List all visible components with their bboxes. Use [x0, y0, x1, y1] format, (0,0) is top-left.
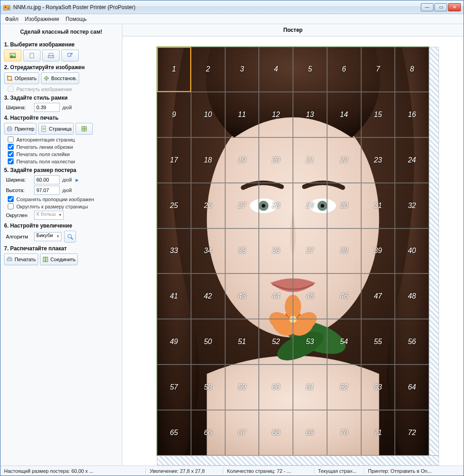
poster-cell[interactable]: 71 — [361, 410, 395, 456]
preview-zoom-button[interactable] — [64, 231, 76, 243]
poster-cell[interactable]: 3 — [225, 47, 259, 92]
poster-cell[interactable]: 26 — [191, 183, 225, 228]
poster-cell[interactable]: 20 — [259, 137, 293, 183]
poster-width-input[interactable] — [34, 175, 60, 184]
poster-cell[interactable]: 64 — [395, 365, 429, 410]
paste-button[interactable] — [23, 50, 40, 61]
poster-cell[interactable]: 17 — [157, 137, 191, 183]
poster-cell[interactable]: 12 — [259, 92, 293, 137]
poster-cell[interactable]: 33 — [157, 228, 191, 274]
round-combo[interactable]: К больш — [34, 211, 64, 220]
auto-orient-checkbox[interactable]: Автоориентация страниц — [8, 137, 118, 142]
poster-cell[interactable]: 65 — [157, 410, 191, 456]
poster-cell[interactable]: 29 — [293, 183, 327, 228]
open-image-button[interactable] — [4, 50, 21, 61]
poster-cell[interactable]: 7 — [361, 47, 395, 92]
poster-cell[interactable]: 43 — [225, 273, 259, 319]
poster-cell[interactable]: 8 — [395, 47, 429, 92]
poster-cell[interactable]: 19 — [225, 137, 259, 183]
poster-cell[interactable]: 2 — [191, 47, 225, 92]
page-button[interactable]: Страница — [38, 123, 74, 135]
poster-cell[interactable]: 6 — [327, 47, 361, 92]
join-button[interactable]: Соединить — [40, 253, 78, 265]
poster-cell[interactable]: 18 — [191, 137, 225, 183]
poster-cell[interactable]: 37 — [293, 228, 327, 274]
poster-cell[interactable]: 16 — [395, 92, 429, 137]
poster-cell[interactable]: 56 — [395, 319, 429, 365]
link-icon[interactable]: ▸ — [76, 176, 79, 183]
poster-cell[interactable]: 21 — [293, 137, 327, 183]
poster-cell[interactable]: 68 — [259, 410, 293, 456]
poster-cell[interactable]: 58 — [191, 365, 225, 410]
poster-cell[interactable]: 66 — [191, 410, 225, 456]
poster-cell[interactable]: 45 — [293, 273, 327, 319]
poster-cell[interactable]: 38 — [327, 228, 361, 274]
poster-cell[interactable]: 55 — [361, 319, 395, 365]
poster-cell[interactable]: 67 — [225, 410, 259, 456]
poster-height-input[interactable] — [34, 186, 60, 195]
poster-cell[interactable]: 61 — [293, 365, 327, 410]
poster-cell[interactable]: 51 — [225, 319, 259, 365]
menu-file[interactable]: Файл — [5, 16, 19, 22]
poster-cell[interactable]: 60 — [259, 365, 293, 410]
poster-cell[interactable]: 23 — [361, 137, 395, 183]
minimize-button[interactable]: — — [421, 3, 434, 11]
poster-cell[interactable]: 57 — [157, 365, 191, 410]
menu-help[interactable]: Помощь — [66, 16, 86, 22]
poster-cell[interactable]: 27 — [225, 183, 259, 228]
poster-cell[interactable]: 40 — [395, 228, 429, 274]
poster-cell[interactable]: 69 — [293, 410, 327, 456]
poster-cell[interactable]: 22 — [327, 137, 361, 183]
poster-cell[interactable]: 44 — [259, 273, 293, 319]
round-page-checkbox[interactable]: Округлять к размеру страницы — [8, 203, 118, 209]
poster-cell[interactable]: 10 — [191, 92, 225, 137]
poster-cell[interactable]: 1 — [157, 47, 191, 92]
poster-cell[interactable]: 53 — [293, 319, 327, 365]
print-overlap-checkbox[interactable]: Печатать поля нахлестки — [8, 158, 118, 164]
poster-cell[interactable]: 9 — [157, 92, 191, 137]
poster-cell[interactable]: 14 — [327, 92, 361, 137]
poster-cell[interactable]: 63 — [361, 365, 395, 410]
poster-cell[interactable]: 42 — [191, 273, 225, 319]
poster-cell[interactable]: 24 — [395, 137, 429, 183]
poster-cell[interactable]: 25 — [157, 183, 191, 228]
print-glue-checkbox[interactable]: Печатать поля склейки — [8, 151, 118, 157]
poster-cell[interactable]: 49 — [157, 319, 191, 365]
poster-cell[interactable]: 31 — [361, 183, 395, 228]
poster-cell[interactable]: 41 — [157, 273, 191, 319]
poster-cell[interactable]: 5 — [293, 47, 327, 92]
page-setup-button[interactable] — [76, 123, 93, 135]
restore-button[interactable]: Восстанов. — [41, 72, 80, 84]
crop-button[interactable]: Обрезать — [4, 72, 39, 84]
poster-cell[interactable]: 13 — [293, 92, 327, 137]
poster-cell[interactable]: 72 — [395, 410, 429, 456]
poster-cell[interactable]: 15 — [361, 92, 395, 137]
algo-combo[interactable]: Бикуби — [34, 232, 61, 241]
poster-cell[interactable]: 30 — [327, 183, 361, 228]
poster-cell[interactable]: 28 — [259, 183, 293, 228]
scan-button[interactable] — [42, 50, 60, 61]
poster-cell[interactable]: 59 — [225, 365, 259, 410]
keep-ratio-checkbox[interactable]: Сохранять пропорции изображен — [8, 196, 118, 202]
stretch-checkbox[interactable]: Растянуть изображение — [8, 86, 118, 92]
menu-image[interactable]: Изображение — [25, 16, 60, 22]
maximize-button[interactable]: ▭ — [434, 3, 447, 11]
printer-button[interactable]: Принтер — [4, 123, 36, 135]
poster-cell[interactable]: 50 — [191, 319, 225, 365]
print-button[interactable]: Печатать — [4, 253, 38, 265]
poster-cell[interactable]: 48 — [395, 273, 429, 319]
poster-cell[interactable]: 54 — [327, 319, 361, 365]
poster-cell[interactable]: 70 — [327, 410, 361, 456]
poster-cell[interactable]: 11 — [225, 92, 259, 137]
close-button[interactable]: ✕ — [448, 3, 461, 11]
poster-cell[interactable]: 4 — [259, 47, 293, 92]
print-cut-checkbox[interactable]: Печатать линии обрезки — [8, 144, 118, 150]
poster-cell[interactable]: 35 — [225, 228, 259, 274]
poster-cell[interactable]: 47 — [361, 273, 395, 319]
poster-cell[interactable]: 62 — [327, 365, 361, 410]
poster-cell[interactable]: 46 — [327, 273, 361, 319]
frame-width-input[interactable] — [34, 103, 60, 112]
poster-cell[interactable]: 36 — [259, 228, 293, 274]
poster-cell[interactable]: 32 — [395, 183, 429, 228]
poster-cell[interactable]: 52 — [259, 319, 293, 365]
